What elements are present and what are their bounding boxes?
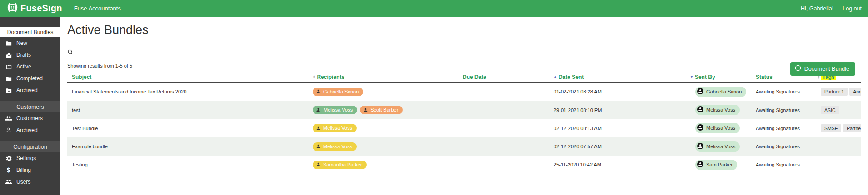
person-check-icon <box>316 107 321 112</box>
table-row[interactable]: Test BundleMelissa Voss02-12-2020 08:13 … <box>67 119 861 137</box>
sidebar-item-completed[interactable]: Completed <box>0 73 60 84</box>
sidebar-item-drafts[interactable]: Drafts <box>0 49 60 61</box>
sent-by-chip: Melissa Voss <box>695 141 740 152</box>
sidebar-item-settings[interactable]: Settings <box>0 152 60 164</box>
recipient-chip: Melissa Voss <box>313 106 357 114</box>
column-header-recipients[interactable]: ▲▼Recipients <box>308 74 458 80</box>
sent-by-chip: Gabriella Simon <box>695 87 746 97</box>
date-sent-cell: 01-02-2021 08:28 AM <box>549 89 685 94</box>
column-header-subject[interactable]: Subject <box>67 74 308 80</box>
search-input[interactable] <box>76 51 132 57</box>
sidebar-item-label: New <box>16 40 27 46</box>
person-circle-icon <box>697 88 704 96</box>
sidebar-item-archived[interactable]: Archived <box>0 124 60 136</box>
recipient-chip: Melissa Voss <box>313 124 357 132</box>
envelope-open-icon <box>5 51 12 58</box>
user-greeting: Hi, Gabriella! <box>801 5 833 12</box>
recipient-chip: Samantha Parker <box>313 161 367 169</box>
person-icon <box>316 162 321 167</box>
document-bundle-button-label: Document Bundle <box>804 66 849 72</box>
sidebar-item-label: Active <box>16 63 31 70</box>
bundles-table: Subject▲▼RecipientsDue Date▲Date Sent▼Se… <box>67 72 861 174</box>
sent-by-cell: Melissa Voss <box>685 123 751 133</box>
recipient-chip: Gabriella Simon <box>313 88 363 96</box>
subject-cell: Testing <box>67 162 308 167</box>
people-icon <box>5 178 12 185</box>
tag-chip: Partner 2 <box>843 124 861 132</box>
date-sent-cell: 25-11-2020 10:42 AM <box>549 162 685 167</box>
sidebar-item-label: Drafts <box>16 52 31 58</box>
sidebar-item-label: Customers <box>16 115 43 122</box>
column-label: Sent By <box>695 74 715 80</box>
sent-by-chip: Melissa Voss <box>695 123 740 133</box>
recipients-cell: Melissa Voss <box>308 124 458 132</box>
sidebar-section-customers: Customers <box>0 101 60 112</box>
tenant-name: Fuse Accountants <box>74 5 121 12</box>
sent-by-chip: Sam Parker <box>695 160 737 170</box>
table-row[interactable]: testMelissa VossScott Barber29-01-2021 0… <box>67 101 861 119</box>
tag-chip: Partner 1 <box>821 88 848 96</box>
person-outline-icon <box>5 127 12 134</box>
date-sent-cell: 02-12-2020 08:13 AM <box>549 126 685 131</box>
tags-cell: Partner 1Annual <box>813 88 861 96</box>
sort-asc-icon: ▲ <box>554 75 557 79</box>
column-label: Subject <box>72 74 91 80</box>
document-bundle-button[interactable]: Document Bundle <box>790 62 855 76</box>
column-header-date-sent[interactable]: ▲Date Sent <box>549 74 685 80</box>
person-icon <box>316 126 321 131</box>
recipients-cell: Samantha Parker <box>308 161 458 169</box>
dollar-icon: $ <box>5 166 12 174</box>
subject-cell: Test Bundle <box>67 126 308 131</box>
people-icon <box>5 115 12 122</box>
sidebar-item-users[interactable]: Users <box>0 176 60 188</box>
person-circle-icon <box>697 124 704 132</box>
sidebar-item-customers[interactable]: Customers <box>0 112 60 124</box>
date-sent-cell: 02-12-2020 07:57 AM <box>549 144 685 149</box>
tag-chip: SMSF <box>821 124 841 132</box>
subject-cell: Example bundle <box>67 144 308 149</box>
column-header-due-date[interactable]: Due Date <box>458 74 549 80</box>
status-cell: Awaiting Signatures <box>751 144 813 149</box>
logout-link[interactable]: Log out <box>843 5 862 12</box>
status-cell: Awaiting Signatures <box>751 107 813 113</box>
table-row[interactable]: Example bundleMelissa Voss02-12-2020 07:… <box>67 137 861 156</box>
recipients-cell: Melissa Voss <box>308 142 458 151</box>
sidebar-section-configuration: Configuration <box>0 141 60 152</box>
subject-cell: test <box>67 107 308 113</box>
sidebar-item-label: Billing <box>16 167 31 173</box>
column-header-sent-by[interactable]: ▼Sent By <box>685 74 751 80</box>
table-header-row: Subject▲▼RecipientsDue Date▲Date Sent▼Se… <box>67 72 861 83</box>
sidebar-item-billing[interactable]: $Billing <box>0 164 60 176</box>
brand-name: FuseSign <box>20 3 62 14</box>
person-circle-icon <box>697 106 704 114</box>
recipient-chip: Scott Barber <box>360 106 403 114</box>
fusesign-brand[interactable]: FuseSign <box>6 1 62 15</box>
main-content: Active Bundles Showing results from 1-5 … <box>60 17 868 195</box>
person-circle-icon <box>697 161 704 169</box>
folder-plus-icon <box>5 39 12 47</box>
sidebar-item-label: Settings <box>16 155 36 161</box>
sidebar-item-label: Users <box>16 179 30 185</box>
sidebar: Document BundlesNewDraftsActiveCompleted… <box>0 17 60 195</box>
table-row[interactable]: TestingSamantha Parker25-11-2020 10:42 A… <box>67 156 861 174</box>
person-icon <box>316 89 321 94</box>
tag-chip: ASIC <box>821 106 839 114</box>
sent-by-cell: Gabriella Simon <box>685 87 751 97</box>
sidebar-item-archived[interactable]: Archived <box>0 84 60 96</box>
folder-archive-icon <box>5 87 12 94</box>
sent-by-cell: Sam Parker <box>685 160 751 170</box>
status-cell: Awaiting Signatures <box>751 89 813 94</box>
column-label: Status <box>756 74 773 80</box>
table-row[interactable]: Financial Statements and Income Tax Retu… <box>67 83 861 101</box>
status-cell: Awaiting Signatures <box>751 162 813 167</box>
sent-by-chip: Melissa Voss <box>695 105 740 115</box>
recipient-chip: Melissa Voss <box>313 142 357 151</box>
sidebar-item-active[interactable]: Active <box>0 61 60 73</box>
plus-circle-icon <box>794 64 802 73</box>
status-cell: Awaiting Signatures <box>751 126 813 131</box>
recipients-cell: Melissa VossScott Barber <box>308 106 458 114</box>
folder-open-icon <box>5 63 12 70</box>
sent-by-cell: Melissa Voss <box>685 141 751 152</box>
sidebar-item-new[interactable]: New <box>0 37 60 49</box>
tags-cell: ASIC <box>813 106 861 114</box>
